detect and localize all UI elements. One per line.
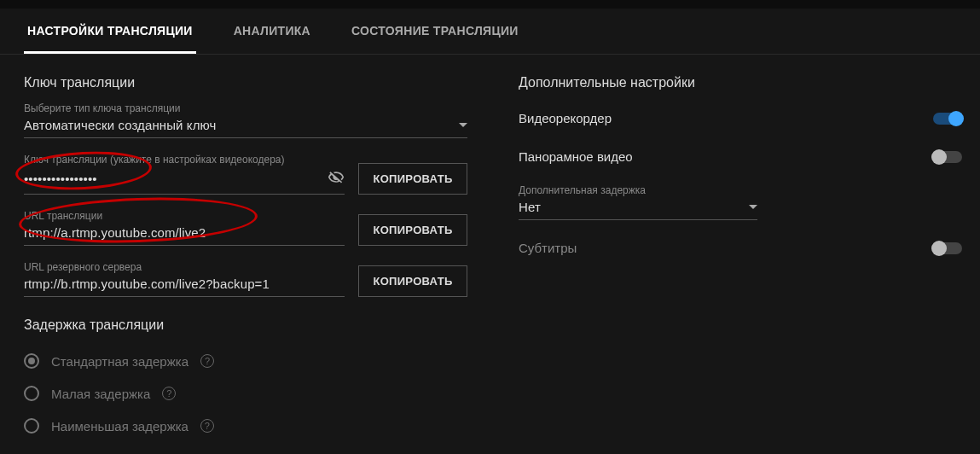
chevron-down-icon (459, 123, 467, 127)
stream-key-section-title: Ключ трансляции (24, 75, 467, 90)
help-icon[interactable]: ? (200, 419, 214, 433)
captions-label: Субтитры (519, 241, 577, 255)
latency-radio-normal[interactable] (24, 353, 39, 369)
visibility-off-icon[interactable] (328, 169, 345, 189)
stream-key-value: •••••••••••••••• (24, 172, 321, 186)
stream-url-value: rtmp://a.rtmp.youtube.com/live2 (24, 225, 345, 240)
latency-radio-ultra-low[interactable] (24, 418, 39, 434)
additional-settings-title: Дополнительные настройки (519, 75, 962, 90)
latency-label-normal: Стандартная задержка (51, 354, 188, 369)
copy-backup-url-button[interactable]: КОПИРОВАТЬ (358, 265, 467, 297)
panorama-label: Панорамное видео (519, 149, 633, 164)
chevron-down-icon (749, 205, 757, 209)
help-icon[interactable]: ? (200, 354, 214, 368)
copy-stream-url-button[interactable]: КОПИРОВАТЬ (358, 214, 467, 246)
tab-stream-health[interactable]: СОСТОЯНИЕ ТРАНСЛЯЦИИ (348, 9, 522, 54)
backup-url-label: URL резервного сервера (24, 261, 345, 273)
extra-delay-value: Нет (519, 200, 742, 214)
dvr-label: Видеорекордер (519, 111, 612, 125)
panorama-toggle[interactable] (933, 151, 962, 163)
stream-url-label: URL трансляции (24, 210, 345, 222)
latency-radio-low[interactable] (24, 386, 39, 401)
backup-url-value: rtmp://b.rtmp.youtube.com/live2?backup=1 (24, 276, 345, 291)
tabs-bar: НАСТРОЙКИ ТРАНСЛЯЦИИ АНАЛИТИКА СОСТОЯНИЕ… (0, 9, 980, 55)
help-icon[interactable]: ? (162, 387, 176, 400)
copy-stream-key-button[interactable]: КОПИРОВАТЬ (358, 163, 467, 195)
tab-analytics[interactable]: АНАЛИТИКА (230, 9, 314, 54)
key-type-select[interactable]: Автоматически созданный ключ (24, 116, 467, 138)
latency-section-title: Задержка трансляции (24, 317, 467, 333)
key-type-label: Выберите тип ключа трансляции (24, 102, 467, 114)
dvr-toggle[interactable] (933, 113, 962, 125)
captions-toggle[interactable] (933, 242, 962, 254)
latency-label-ultra-low: Наименьшая задержка (51, 419, 188, 434)
tab-stream-settings[interactable]: НАСТРОЙКИ ТРАНСЛЯЦИИ (24, 9, 196, 54)
latency-label-low: Малая задержка (51, 387, 150, 401)
stream-key-label: Ключ трансляции (укажите в настройках ви… (24, 154, 345, 166)
extra-delay-select[interactable]: Нет (519, 198, 757, 220)
key-type-value: Автоматически созданный ключ (24, 118, 452, 132)
extra-delay-label: Дополнительная задержка (519, 184, 757, 196)
